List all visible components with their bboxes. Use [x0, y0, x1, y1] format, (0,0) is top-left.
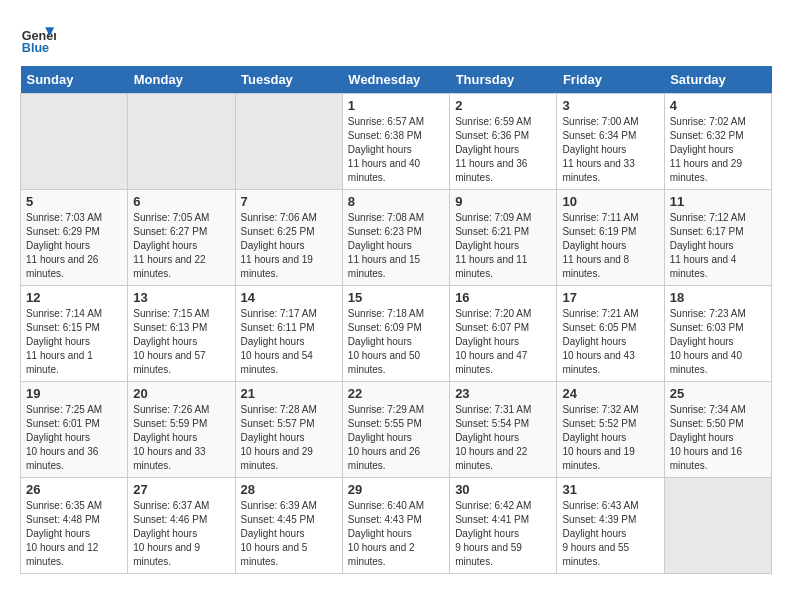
day-cell: 22 Sunrise: 7:29 AM Sunset: 5:55 PM Dayl…	[342, 382, 449, 478]
day-number: 22	[348, 386, 444, 401]
day-cell: 4 Sunrise: 7:02 AM Sunset: 6:32 PM Dayli…	[664, 94, 771, 190]
day-info: Sunrise: 6:43 AM Sunset: 4:39 PM Dayligh…	[562, 499, 658, 569]
day-number: 14	[241, 290, 337, 305]
day-info: Sunrise: 6:42 AM Sunset: 4:41 PM Dayligh…	[455, 499, 551, 569]
day-info: Sunrise: 7:34 AM Sunset: 5:50 PM Dayligh…	[670, 403, 766, 473]
day-header-tuesday: Tuesday	[235, 66, 342, 94]
day-info: Sunrise: 6:57 AM Sunset: 6:38 PM Dayligh…	[348, 115, 444, 185]
day-number: 20	[133, 386, 229, 401]
day-header-monday: Monday	[128, 66, 235, 94]
svg-text:Blue: Blue	[22, 41, 49, 55]
day-cell: 17 Sunrise: 7:21 AM Sunset: 6:05 PM Dayl…	[557, 286, 664, 382]
logo: General Blue	[20, 20, 60, 56]
day-cell: 29 Sunrise: 6:40 AM Sunset: 4:43 PM Dayl…	[342, 478, 449, 574]
day-header-thursday: Thursday	[450, 66, 557, 94]
day-cell: 23 Sunrise: 7:31 AM Sunset: 5:54 PM Dayl…	[450, 382, 557, 478]
day-number: 2	[455, 98, 551, 113]
day-cell: 19 Sunrise: 7:25 AM Sunset: 6:01 PM Dayl…	[21, 382, 128, 478]
day-info: Sunrise: 7:31 AM Sunset: 5:54 PM Dayligh…	[455, 403, 551, 473]
day-number: 4	[670, 98, 766, 113]
day-header-wednesday: Wednesday	[342, 66, 449, 94]
day-info: Sunrise: 7:26 AM Sunset: 5:59 PM Dayligh…	[133, 403, 229, 473]
day-cell: 7 Sunrise: 7:06 AM Sunset: 6:25 PM Dayli…	[235, 190, 342, 286]
day-cell: 2 Sunrise: 6:59 AM Sunset: 6:36 PM Dayli…	[450, 94, 557, 190]
day-info: Sunrise: 7:17 AM Sunset: 6:11 PM Dayligh…	[241, 307, 337, 377]
day-number: 13	[133, 290, 229, 305]
week-row-1: 1 Sunrise: 6:57 AM Sunset: 6:38 PM Dayli…	[21, 94, 772, 190]
day-cell: 15 Sunrise: 7:18 AM Sunset: 6:09 PM Dayl…	[342, 286, 449, 382]
day-header-sunday: Sunday	[21, 66, 128, 94]
day-info: Sunrise: 6:39 AM Sunset: 4:45 PM Dayligh…	[241, 499, 337, 569]
day-cell: 10 Sunrise: 7:11 AM Sunset: 6:19 PM Dayl…	[557, 190, 664, 286]
day-info: Sunrise: 7:28 AM Sunset: 5:57 PM Dayligh…	[241, 403, 337, 473]
day-number: 29	[348, 482, 444, 497]
day-number: 23	[455, 386, 551, 401]
day-cell: 8 Sunrise: 7:08 AM Sunset: 6:23 PM Dayli…	[342, 190, 449, 286]
week-row-5: 26 Sunrise: 6:35 AM Sunset: 4:48 PM Dayl…	[21, 478, 772, 574]
day-info: Sunrise: 7:14 AM Sunset: 6:15 PM Dayligh…	[26, 307, 122, 377]
day-info: Sunrise: 7:21 AM Sunset: 6:05 PM Dayligh…	[562, 307, 658, 377]
logo-icon: General Blue	[20, 20, 56, 56]
day-number: 26	[26, 482, 122, 497]
day-cell: 26 Sunrise: 6:35 AM Sunset: 4:48 PM Dayl…	[21, 478, 128, 574]
day-cell: 6 Sunrise: 7:05 AM Sunset: 6:27 PM Dayli…	[128, 190, 235, 286]
day-number: 16	[455, 290, 551, 305]
day-number: 31	[562, 482, 658, 497]
day-header-friday: Friday	[557, 66, 664, 94]
day-number: 25	[670, 386, 766, 401]
week-row-3: 12 Sunrise: 7:14 AM Sunset: 6:15 PM Dayl…	[21, 286, 772, 382]
day-info: Sunrise: 7:15 AM Sunset: 6:13 PM Dayligh…	[133, 307, 229, 377]
day-cell: 14 Sunrise: 7:17 AM Sunset: 6:11 PM Dayl…	[235, 286, 342, 382]
day-cell: 9 Sunrise: 7:09 AM Sunset: 6:21 PM Dayli…	[450, 190, 557, 286]
page-header: General Blue	[20, 20, 772, 56]
day-number: 10	[562, 194, 658, 209]
day-info: Sunrise: 6:37 AM Sunset: 4:46 PM Dayligh…	[133, 499, 229, 569]
day-cell: 28 Sunrise: 6:39 AM Sunset: 4:45 PM Dayl…	[235, 478, 342, 574]
day-number: 9	[455, 194, 551, 209]
day-info: Sunrise: 7:02 AM Sunset: 6:32 PM Dayligh…	[670, 115, 766, 185]
day-info: Sunrise: 7:20 AM Sunset: 6:07 PM Dayligh…	[455, 307, 551, 377]
day-info: Sunrise: 7:08 AM Sunset: 6:23 PM Dayligh…	[348, 211, 444, 281]
day-info: Sunrise: 7:23 AM Sunset: 6:03 PM Dayligh…	[670, 307, 766, 377]
header-row: SundayMondayTuesdayWednesdayThursdayFrid…	[21, 66, 772, 94]
day-number: 1	[348, 98, 444, 113]
day-header-saturday: Saturday	[664, 66, 771, 94]
day-cell: 3 Sunrise: 7:00 AM Sunset: 6:34 PM Dayli…	[557, 94, 664, 190]
day-number: 30	[455, 482, 551, 497]
day-info: Sunrise: 7:06 AM Sunset: 6:25 PM Dayligh…	[241, 211, 337, 281]
day-number: 6	[133, 194, 229, 209]
day-info: Sunrise: 7:09 AM Sunset: 6:21 PM Dayligh…	[455, 211, 551, 281]
day-number: 18	[670, 290, 766, 305]
day-info: Sunrise: 7:12 AM Sunset: 6:17 PM Dayligh…	[670, 211, 766, 281]
week-row-2: 5 Sunrise: 7:03 AM Sunset: 6:29 PM Dayli…	[21, 190, 772, 286]
day-cell: 31 Sunrise: 6:43 AM Sunset: 4:39 PM Dayl…	[557, 478, 664, 574]
day-number: 28	[241, 482, 337, 497]
day-info: Sunrise: 7:03 AM Sunset: 6:29 PM Dayligh…	[26, 211, 122, 281]
day-cell: 27 Sunrise: 6:37 AM Sunset: 4:46 PM Dayl…	[128, 478, 235, 574]
week-row-4: 19 Sunrise: 7:25 AM Sunset: 6:01 PM Dayl…	[21, 382, 772, 478]
day-info: Sunrise: 6:59 AM Sunset: 6:36 PM Dayligh…	[455, 115, 551, 185]
day-cell: 18 Sunrise: 7:23 AM Sunset: 6:03 PM Dayl…	[664, 286, 771, 382]
day-cell	[664, 478, 771, 574]
day-cell: 11 Sunrise: 7:12 AM Sunset: 6:17 PM Dayl…	[664, 190, 771, 286]
day-info: Sunrise: 6:35 AM Sunset: 4:48 PM Dayligh…	[26, 499, 122, 569]
day-cell: 24 Sunrise: 7:32 AM Sunset: 5:52 PM Dayl…	[557, 382, 664, 478]
day-cell: 5 Sunrise: 7:03 AM Sunset: 6:29 PM Dayli…	[21, 190, 128, 286]
calendar-table: SundayMondayTuesdayWednesdayThursdayFrid…	[20, 66, 772, 574]
day-info: Sunrise: 7:05 AM Sunset: 6:27 PM Dayligh…	[133, 211, 229, 281]
day-number: 7	[241, 194, 337, 209]
day-number: 3	[562, 98, 658, 113]
day-cell: 13 Sunrise: 7:15 AM Sunset: 6:13 PM Dayl…	[128, 286, 235, 382]
day-number: 19	[26, 386, 122, 401]
day-info: Sunrise: 7:32 AM Sunset: 5:52 PM Dayligh…	[562, 403, 658, 473]
day-number: 11	[670, 194, 766, 209]
day-number: 24	[562, 386, 658, 401]
day-cell: 25 Sunrise: 7:34 AM Sunset: 5:50 PM Dayl…	[664, 382, 771, 478]
day-number: 8	[348, 194, 444, 209]
day-cell: 20 Sunrise: 7:26 AM Sunset: 5:59 PM Dayl…	[128, 382, 235, 478]
day-info: Sunrise: 7:00 AM Sunset: 6:34 PM Dayligh…	[562, 115, 658, 185]
day-info: Sunrise: 7:11 AM Sunset: 6:19 PM Dayligh…	[562, 211, 658, 281]
day-cell: 30 Sunrise: 6:42 AM Sunset: 4:41 PM Dayl…	[450, 478, 557, 574]
day-cell: 16 Sunrise: 7:20 AM Sunset: 6:07 PM Dayl…	[450, 286, 557, 382]
day-info: Sunrise: 6:40 AM Sunset: 4:43 PM Dayligh…	[348, 499, 444, 569]
